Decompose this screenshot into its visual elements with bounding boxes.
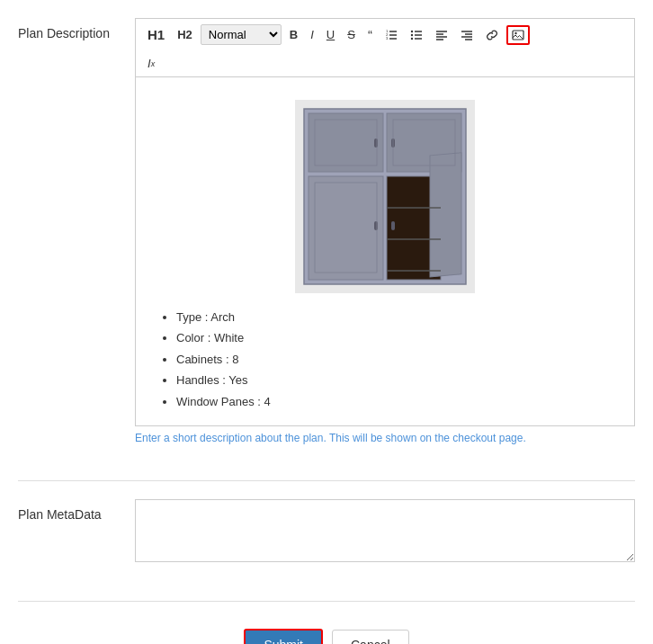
toolbar-strike-button[interactable]: S	[343, 25, 360, 44]
toolbar-quote-button[interactable]: “	[363, 24, 377, 45]
image-icon	[512, 29, 524, 41]
form-actions: Submit Cancel	[18, 629, 635, 644]
cancel-button[interactable]: Cancel	[332, 630, 409, 644]
submit-button[interactable]: Submit	[244, 629, 323, 644]
plan-description-content: H1 H2 Normal Heading 1 Heading 2 Heading…	[135, 18, 635, 444]
plan-description-label: Plan Description	[18, 18, 135, 43]
hint-text: Enter a short description about the plan…	[135, 432, 635, 444]
toolbar-ordered-list-button[interactable]: 1. 2. 3.	[380, 26, 402, 44]
list-item: Type : Arch	[176, 307, 621, 327]
description-bullet-list: Type : Arch Color : White Cabinets : 8 H…	[149, 307, 621, 412]
editor-toolbar-row1: H1 H2 Normal Heading 1 Heading 2 Heading…	[135, 18, 635, 50]
toolbar-align-left-button[interactable]	[431, 26, 452, 44]
editor-content-area[interactable]: Type : Arch Color : White Cabinets : 8 H…	[135, 76, 635, 426]
toolbar-h2-button[interactable]: H2	[173, 25, 197, 44]
toolbar-clear-format-button[interactable]: Ix	[143, 54, 159, 73]
svg-text:3.: 3.	[386, 36, 389, 40]
list-item: Handles : Yes	[176, 370, 621, 390]
svg-point-11	[411, 37, 413, 39]
svg-rect-26	[309, 176, 383, 280]
toolbar-align-right-button[interactable]	[456, 26, 478, 44]
toolbar-h1-button[interactable]: H1	[143, 24, 169, 45]
svg-point-21	[514, 31, 516, 33]
hint-text-link: This will be shown on the checkout page.	[329, 432, 526, 444]
ordered-list-icon: 1. 2. 3.	[385, 29, 398, 41]
toolbar-bold-button[interactable]: B	[285, 25, 302, 44]
toolbar-unordered-list-button[interactable]	[406, 26, 427, 44]
plan-metadata-textarea[interactable]	[135, 499, 635, 562]
list-item: Color : White	[176, 327, 621, 348]
link-icon	[486, 29, 498, 41]
svg-point-9	[411, 30, 413, 31]
plan-metadata-label: Plan MetaData	[18, 499, 135, 524]
toolbar-image-button[interactable]	[506, 25, 530, 45]
hint-text-main: Enter a short description about the plan…	[135, 432, 326, 444]
toolbar-italic-button[interactable]: I	[306, 25, 318, 44]
plan-metadata-row: Plan MetaData	[18, 499, 635, 583]
plan-description-row: Plan Description H1 H2 Normal Heading 1 …	[18, 18, 635, 462]
align-left-icon	[435, 29, 448, 41]
svg-point-10	[411, 33, 413, 35]
list-item: Cabinets : 8	[176, 349, 621, 370]
section-divider	[18, 480, 635, 481]
plan-metadata-content	[135, 499, 635, 565]
svg-rect-35	[391, 221, 395, 230]
actions-divider	[18, 601, 635, 602]
toolbar-format-select[interactable]: Normal Heading 1 Heading 2 Heading 3	[201, 24, 282, 45]
editor-toolbar-row2: Ix	[135, 50, 635, 76]
toolbar-underline-button[interactable]: U	[322, 25, 339, 44]
svg-rect-24	[309, 113, 383, 172]
unordered-list-icon	[410, 29, 423, 41]
cabinet-image	[295, 100, 475, 293]
list-item: Window Panes : 4	[176, 391, 621, 412]
toolbar-link-button[interactable]	[481, 26, 503, 44]
svg-rect-28	[430, 153, 461, 277]
align-right-icon	[461, 29, 473, 41]
